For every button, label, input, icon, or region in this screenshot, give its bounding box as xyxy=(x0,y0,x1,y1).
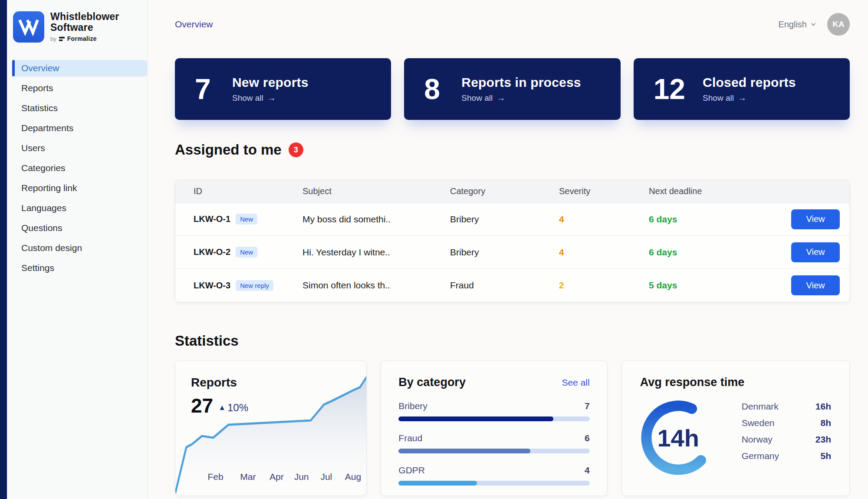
category-bar-track xyxy=(398,481,589,486)
reports-delta: 10% xyxy=(227,402,248,414)
x-tick: Jul xyxy=(320,472,332,482)
view-button[interactable]: View xyxy=(791,209,840,229)
assigned-to-me-title: Assigned to me xyxy=(175,142,282,158)
country-label: Denmark xyxy=(742,401,779,412)
category-bar-row: Bribery 7 xyxy=(398,401,589,421)
report-id: LKW-O-2 xyxy=(194,247,230,257)
reports-chart-card: Reports 27 ▲ 10% Feb Mar Apr Jun Jul Aug xyxy=(175,360,367,496)
table-row: LKW-O-3 New reply Simon often looks th..… xyxy=(175,269,849,302)
table-row: LKW-O-2 New Hi. Yesterday I witne.. Brib… xyxy=(175,236,849,269)
avg-response-legend: Denmark 16h Sweden 8h Norway 23h Germany… xyxy=(742,401,831,478)
brand-logo[interactable]: Whistleblower Software by Formalize xyxy=(7,0,147,43)
triangle-up-icon: ▲ xyxy=(218,403,226,412)
language-label: English xyxy=(778,20,807,30)
see-all-link[interactable]: See all xyxy=(562,377,589,388)
category-bar-fill xyxy=(398,481,477,486)
x-tick: Jun xyxy=(294,472,309,482)
status-badge: New reply xyxy=(236,280,273,291)
header-id: ID xyxy=(194,186,302,196)
country-time: 16h xyxy=(815,401,831,412)
report-category: Bribery xyxy=(450,247,559,258)
category-bar-fill xyxy=(398,449,530,453)
sidebar-item-statistics[interactable]: Statistics xyxy=(7,100,147,116)
report-category: Bribery xyxy=(450,214,559,225)
chevron-down-icon xyxy=(811,22,816,27)
header-severity: Severity xyxy=(559,186,649,196)
category-label: Bribery xyxy=(398,401,427,411)
by-category-title: By category xyxy=(398,376,466,389)
by-category-card: By category See all Bribery 7 Fraud 6 xyxy=(381,360,607,496)
closed-show-all-link[interactable]: Show all → xyxy=(703,93,796,103)
report-deadline: 6 days xyxy=(649,247,775,258)
new-reports-title: New reports xyxy=(232,75,309,90)
statistics-cards: Reports 27 ▲ 10% Feb Mar Apr Jun Jul Aug xyxy=(175,360,850,496)
arrow-right-icon: → xyxy=(267,93,276,103)
brand-name-line2: Software xyxy=(50,22,119,33)
language-selector[interactable]: English xyxy=(778,20,816,30)
category-bar-fill xyxy=(398,416,553,421)
statistics-title: Statistics xyxy=(175,333,850,349)
country-label: Germany xyxy=(742,451,779,461)
view-button[interactable]: View xyxy=(791,275,840,295)
new-reports-count: 7 xyxy=(195,75,215,103)
gauge-value: 14h xyxy=(638,398,718,478)
legend-row: Norway 23h xyxy=(742,434,831,445)
category-bar-row: Fraud 6 xyxy=(398,433,589,453)
category-bar-track xyxy=(398,449,589,453)
avatar[interactable]: KA xyxy=(827,13,850,36)
reports-card-title: Reports xyxy=(191,376,351,390)
sidebar-item-languages[interactable]: Languages xyxy=(7,200,147,216)
sidebar-item-settings[interactable]: Settings xyxy=(7,260,147,276)
sidebar-item-categories[interactable]: Categories xyxy=(7,160,147,176)
legend-row: Denmark 16h xyxy=(742,401,831,412)
x-tick: Feb xyxy=(207,472,223,482)
card-closed-reports: 12 Closed reports Show all → xyxy=(634,58,850,120)
report-id: LKW-O-1 xyxy=(194,214,230,224)
category-value: 7 xyxy=(585,401,590,411)
new-reports-show-all-link[interactable]: Show all → xyxy=(232,93,309,103)
card-reports-in-process: 8 Reports in process Show all → xyxy=(404,58,620,120)
category-label: GDPR xyxy=(398,465,425,476)
whistleblower-logo-icon xyxy=(13,11,44,43)
sidebar-menu: Overview Reports Statistics Departments … xyxy=(7,60,147,276)
closed-count: 12 xyxy=(654,75,685,103)
x-tick: Mar xyxy=(240,472,256,482)
report-deadline: 5 days xyxy=(649,280,775,291)
brand-name-line1: Whistleblower xyxy=(50,11,119,22)
legend-row: Germany 5h xyxy=(742,451,831,461)
response-time-gauge: 14h xyxy=(638,398,718,478)
country-time: 5h xyxy=(820,451,831,461)
status-badge: New xyxy=(236,247,257,258)
country-label: Sweden xyxy=(742,418,775,428)
sidebar-item-departments[interactable]: Departments xyxy=(7,120,147,136)
assigned-table: ID Subject Category Severity Next deadli… xyxy=(175,180,850,302)
breadcrumb[interactable]: Overview xyxy=(175,19,213,30)
topbar: Overview English KA xyxy=(175,13,850,36)
x-tick: Apr xyxy=(270,472,284,482)
arrow-right-icon: → xyxy=(496,93,505,103)
sidebar-item-reports[interactable]: Reports xyxy=(7,80,147,96)
report-id: LKW-O-3 xyxy=(194,281,230,291)
in-process-count: 8 xyxy=(424,75,444,103)
table-row: LKW-O-1 New My boss did somethi.. Briber… xyxy=(175,203,849,236)
closed-title: Closed reports xyxy=(703,75,796,90)
sidebar-item-overview[interactable]: Overview xyxy=(12,60,147,76)
avg-response-title: Avg response time xyxy=(640,376,831,389)
country-time: 23h xyxy=(815,434,831,445)
report-deadline: 6 days xyxy=(649,214,775,225)
view-button[interactable]: View xyxy=(791,242,840,262)
category-value: 4 xyxy=(585,465,590,476)
table-header-row: ID Subject Category Severity Next deadli… xyxy=(175,180,849,203)
header-next-deadline: Next deadline xyxy=(649,186,775,196)
summary-cards: 7 New reports Show all → 8 Reports in pr… xyxy=(175,58,850,120)
sidebar-item-users[interactable]: Users xyxy=(7,140,147,156)
report-subject: Hi. Yesterday I witne.. xyxy=(302,247,450,258)
avg-response-card: Avg response time 14h xyxy=(621,360,850,496)
report-severity: 4 xyxy=(559,247,649,258)
sidebar-item-custom-design[interactable]: Custom design xyxy=(7,240,147,256)
in-process-show-all-link[interactable]: Show all → xyxy=(461,93,581,103)
sidebar-item-questions[interactable]: Questions xyxy=(7,220,147,236)
x-tick: Aug xyxy=(345,472,361,482)
sidebar-item-reporting-link[interactable]: Reporting link xyxy=(7,180,147,196)
arrow-right-icon: → xyxy=(738,93,746,103)
